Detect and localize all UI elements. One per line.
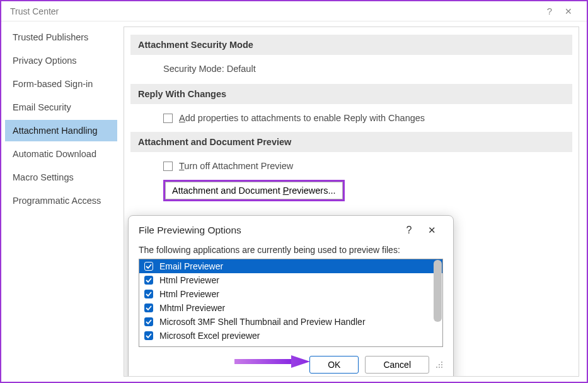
security-mode-value: Security Mode: Default [130,64,572,74]
checkbox-turn-off-preview[interactable] [163,162,173,171]
previewers-button[interactable]: Attachment and Document Previewers... [165,182,343,199]
list-item-label: Html Previewer [159,275,219,285]
sidebar: Trusted Publishers Privacy Options Form-… [1,21,121,382]
list-item[interactable]: Microsoft 3MF Shell Thumbnail and Previe… [139,315,442,329]
checkbox-icon[interactable] [144,290,153,298]
dialog-title-text: File Previewing Options [139,225,241,236]
section-header-security-mode: Attachment Security Mode [130,35,572,55]
sidebar-item-programmatic-access[interactable]: Programmatic Access [5,190,117,211]
svg-point-5 [441,362,442,363]
scrollbar-thumb[interactable] [434,260,442,322]
list-item[interactable]: Html Previewer [139,273,442,287]
ok-button[interactable]: OK [309,356,359,374]
list-item-label: Html Previewer [159,289,219,299]
list-item-label: Microsoft 3MF Shell Thumbnail and Previe… [159,317,366,327]
section-header-reply-changes: Reply With Changes [130,84,572,104]
list-item[interactable]: Mhtml Previewer [139,301,442,315]
highlight-box: Attachment and Document Previewers... [163,180,345,201]
sidebar-item-form-based-signin[interactable]: Form-based Sign-in [5,73,117,95]
checkbox-label-add-properties: Add properties to attachments to enable … [179,113,425,123]
list-item[interactable]: Html Previewer [139,287,442,301]
cancel-button[interactable]: Cancel [365,356,429,374]
dialog-help-icon[interactable]: ? [398,225,420,236]
sidebar-item-privacy-options[interactable]: Privacy Options [5,50,117,71]
dialog-close-icon[interactable]: ✕ [420,225,443,236]
svg-point-1 [439,367,440,368]
resize-grip-icon[interactable] [435,361,443,368]
svg-point-0 [441,367,442,368]
checkbox-icon[interactable] [144,317,153,326]
section-header-preview: Attachment and Document Preview [130,132,572,152]
checkbox-icon[interactable] [144,262,153,271]
svg-point-3 [436,367,437,368]
checkbox-icon[interactable] [144,331,153,340]
sidebar-item-trusted-publishers[interactable]: Trusted Publishers [5,27,117,48]
checkbox-icon[interactable] [144,303,153,312]
svg-point-4 [439,364,440,365]
list-item[interactable]: Microsoft Excel previewer [139,329,442,343]
help-icon[interactable]: ? [540,6,559,16]
content-panel: Attachment Security Mode Security Mode: … [124,27,579,377]
file-previewing-dialog: File Previewing Options ? ✕ The followin… [128,215,454,377]
checkbox-label-turn-off-preview: Turn off Attachment Preview [179,161,293,171]
dialog-title-bar: File Previewing Options ? ✕ [129,216,453,245]
list-item[interactable]: Email Previewer [139,259,442,273]
list-item-label: Email Previewer [159,261,223,271]
checkbox-icon[interactable] [144,276,153,285]
title-bar: Trust Center ? ✕ [1,1,587,21]
window-title: Trust Center [10,6,59,16]
svg-point-2 [441,364,442,365]
sidebar-item-attachment-handling[interactable]: Attachment Handling [5,120,117,141]
list-item-label: Microsoft Excel previewer [159,331,260,341]
previewers-list[interactable]: Email Previewer Html Previewer [139,259,443,347]
sidebar-item-email-security[interactable]: Email Security [5,97,117,118]
sidebar-item-macro-settings[interactable]: Macro Settings [5,167,117,188]
sidebar-item-automatic-download[interactable]: Automatic Download [5,143,117,165]
checkbox-add-properties[interactable] [163,114,173,123]
close-icon[interactable]: ✕ [559,6,578,16]
dialog-instruction: The following applications are currently… [139,245,443,255]
list-item-label: Mhtml Previewer [159,303,225,313]
